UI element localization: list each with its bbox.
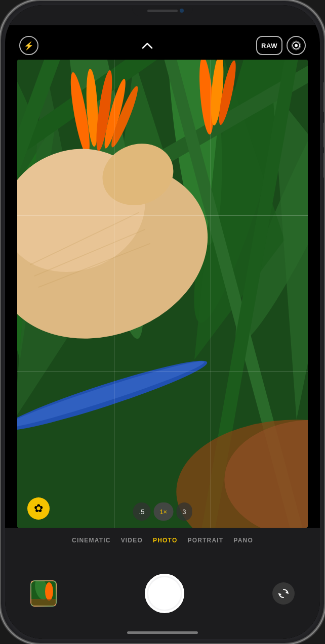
notch [132, 5, 193, 16]
top-controls: ⚡ RAW [5, 31, 320, 60]
flash-button[interactable]: ⚡ [19, 36, 38, 55]
live-photo-button[interactable] [287, 36, 306, 55]
phone-screen: ⚡ RAW [5, 5, 320, 639]
camera-screen: ⚡ RAW [5, 5, 320, 639]
svg-point-39 [45, 582, 53, 601]
chevron-up-icon [142, 42, 153, 49]
speaker-grille [147, 10, 178, 12]
phone-frame: ⚡ RAW [0, 0, 325, 644]
mode-selector: CINEMATIC VIDEO PHOTO PORTRAIT PANO [5, 528, 320, 548]
svg-point-0 [295, 44, 298, 47]
mode-photo[interactable]: PHOTO [153, 537, 177, 544]
raw-button[interactable]: RAW [256, 36, 282, 55]
camera-viewfinder[interactable]: ✿ .5 1× 3 [17, 60, 308, 528]
gallery-thumbnail[interactable] [30, 580, 57, 607]
zoom-3x-label: 3 [182, 508, 186, 516]
flip-camera-button[interactable] [272, 582, 295, 605]
mode-cinematic[interactable]: CINEMATIC [72, 537, 111, 544]
gallery-preview-icon [31, 581, 57, 607]
zoom-1x-button[interactable]: 1× [153, 502, 173, 521]
mode-portrait[interactable]: PORTRAIT [187, 537, 223, 544]
expand-button[interactable] [142, 40, 153, 52]
camera-controls-row [5, 548, 320, 639]
macro-flower-icon: ✿ [34, 502, 43, 515]
shutter-inner [148, 577, 181, 610]
macro-button[interactable]: ✿ [27, 497, 50, 520]
scene-image [17, 60, 308, 528]
mode-pano[interactable]: PANO [233, 537, 253, 544]
mode-video[interactable]: VIDEO [121, 537, 143, 544]
zoom-3x-button[interactable]: 3 [176, 502, 192, 521]
raw-label: RAW [261, 42, 277, 50]
zoom-point5-label: .5 [139, 508, 145, 516]
zoom-1x-label: 1× [159, 508, 167, 516]
notch-bar [5, 5, 320, 25]
front-camera-dot [180, 9, 184, 13]
zoom-controls: .5 1× 3 [133, 502, 192, 521]
shutter-button[interactable] [145, 574, 184, 613]
live-photo-icon [291, 40, 301, 51]
svg-rect-40 [31, 599, 57, 607]
zoom-point5-button[interactable]: .5 [133, 502, 151, 521]
home-indicator [127, 631, 198, 634]
flash-icon: ⚡ [24, 41, 34, 51]
flip-camera-icon [277, 587, 290, 600]
bottom-controls: CINEMATIC VIDEO PHOTO PORTRAIT PANO [5, 528, 320, 639]
